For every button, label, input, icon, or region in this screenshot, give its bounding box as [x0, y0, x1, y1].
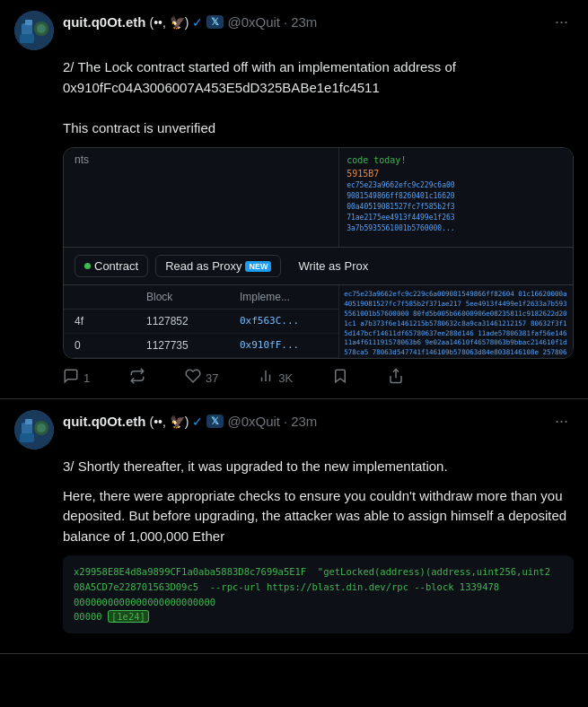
retweet-icon-1 — [129, 368, 145, 388]
timestamp-1: 23m — [291, 14, 317, 30]
tab-proxy-label: Read as Proxy — [165, 259, 241, 273]
col-empty — [75, 291, 146, 303]
svg-rect-13 — [20, 433, 34, 442]
code-block-2: x29958E8E4d8a9899CF1a0aba5883D8c7699a5E1… — [63, 555, 574, 633]
tweet-2-meta: quit.q0Ot.eth (••, 🦅) ✓ 𝕏 @0xQuit · 23m … — [63, 410, 574, 432]
emojis-1: (••, 🦅) — [150, 15, 189, 30]
contract-green-dot — [84, 263, 91, 269]
tweet-1-meta: quit.q0Ot.eth (••, 🦅) ✓ 𝕏 @0xQuit · 23m … — [63, 11, 574, 33]
svg-point-5 — [37, 24, 46, 33]
code-overlay-right: ec75e23a9662efc9c229c6a009081549866ff826… — [338, 285, 573, 358]
card-right-code: code today! 5915B7 ec75e23a9662efc9c229c… — [338, 148, 573, 247]
svg-rect-1 — [22, 23, 32, 36]
bookmark-button-1[interactable] — [332, 368, 348, 388]
tweet-2-body: 3/ Shortly thereafter, it was upgraded t… — [63, 457, 574, 633]
contract-card-1: nts code today! 5915B7 ec75e23a9662efc9c… — [63, 147, 574, 359]
svg-rect-2 — [25, 20, 32, 25]
row0-col1: 4f — [75, 315, 146, 327]
separator-1: · — [284, 14, 287, 30]
svg-rect-12 — [25, 419, 32, 424]
tweet-1-line3: This contract is unverified — [63, 120, 215, 135]
table-header: Block Impleme... — [64, 285, 344, 310]
code-line-4: 00000 [1e24] — [74, 609, 563, 624]
avatar-image-1 — [14, 11, 54, 50]
svg-rect-3 — [20, 34, 34, 43]
code-line-2: 08A5CD7e228701563D09c5 --rpc-url https:/… — [74, 580, 563, 595]
like-button-1[interactable]: 37 — [185, 368, 218, 388]
tab-contract-label: Contract — [94, 259, 138, 273]
tweet-1-body: 2/ The Lock contract started off with an… — [63, 57, 574, 388]
row1-col1: 0 — [75, 339, 146, 352]
reply-count-1: 1 — [83, 371, 90, 385]
row1-impl: 0x910fF... — [240, 339, 333, 352]
handle-1[interactable]: @0xQuit — [227, 14, 280, 30]
tweet-2-header: quit.q0Ot.eth (••, 🦅) ✓ 𝕏 @0xQuit · 23m … — [14, 410, 574, 450]
code-id: 5915B7 — [347, 167, 566, 180]
like-icon-1 — [185, 368, 201, 388]
card-nts-label: nts — [64, 148, 338, 170]
col-impl: Impleme... — [240, 291, 333, 303]
avatar-2[interactable] — [14, 410, 54, 450]
like-count-1: 37 — [206, 371, 218, 385]
tweet-1-text: 2/ The Lock contract started off with an… — [63, 57, 574, 138]
views-count-1: 3K — [278, 371, 293, 385]
table-row-1: 0 1127735 0x910fF... — [64, 334, 344, 358]
emojis-2: (••, 🦅) — [150, 415, 189, 429]
svg-point-15 — [37, 423, 46, 432]
views-button-1[interactable]: 3K — [258, 368, 293, 388]
more-button-1[interactable]: ··· — [549, 11, 574, 33]
card-left-section: nts — [64, 148, 338, 247]
username-2[interactable]: quit.q0Ot.eth — [63, 414, 146, 429]
contract-table-area: Block Impleme... 4f 1127852 0xf563C... 0… — [64, 285, 573, 358]
share-icon-1 — [388, 368, 404, 388]
reply-icon-1 — [63, 368, 79, 388]
code-highlight-1e24: [1e24] — [108, 610, 149, 623]
tab-contract[interactable]: Contract — [75, 255, 148, 277]
separator-2: · — [284, 414, 287, 429]
verified-icon-2: ✓ — [192, 415, 203, 429]
retweet-button-1[interactable] — [129, 368, 145, 388]
hex-right-code: ec75e23a9662efc9c229c6a009081549866ff826… — [347, 180, 566, 234]
timestamp-2: 23m — [291, 414, 317, 429]
svg-rect-11 — [22, 423, 32, 435]
tweet-2-text2: Here, there were appropriate checks to e… — [63, 486, 574, 547]
label-badge-1: 𝕏 — [206, 15, 224, 29]
tab-write-label: Write as Prox — [298, 259, 368, 273]
reply-button-1[interactable]: 1 — [63, 368, 90, 388]
tweet-1-address: 0x910fFc04A3006007A453E5dD325BABe1e1fc45… — [63, 80, 380, 95]
col-block: Block — [146, 291, 240, 303]
avatar-image-2 — [14, 410, 54, 450]
label-badge-2: 𝕏 — [206, 415, 224, 428]
row1-block: 1127735 — [146, 339, 240, 352]
handle-2[interactable]: @0xQuit — [227, 414, 280, 429]
more-button-2[interactable]: ··· — [549, 410, 574, 432]
tweet-1-header: quit.q0Ot.eth (••, 🦅) ✓ 𝕏 @0xQuit · 23m … — [14, 11, 574, 50]
user-info-1: quit.q0Ot.eth (••, 🦅) ✓ 𝕏 @0xQuit · 23m — [63, 14, 317, 30]
username-1[interactable]: quit.q0Ot.eth — [63, 14, 146, 30]
table-row-0: 4f 1127852 0xf563C... — [64, 310, 344, 334]
tweet-1: quit.q0Ot.eth (••, 🦅) ✓ 𝕏 @0xQuit · 23m … — [0, 0, 588, 399]
row0-impl: 0xf563C... — [240, 315, 333, 327]
views-icon-1 — [258, 368, 274, 388]
table-section: Block Impleme... 4f 1127852 0xf563C... 0… — [64, 285, 344, 358]
code-line-1: x29958E8E4d8a9899CF1a0aba5883D8c7699a5E1… — [74, 564, 563, 580]
tab-write-proxy[interactable]: Write as Prox — [288, 255, 378, 277]
tweet-1-line1: 2/ The Lock contract started off with an… — [63, 59, 456, 74]
user-info-2: quit.q0Ot.eth (••, 🦅) ✓ 𝕏 @0xQuit · 23m — [63, 414, 317, 429]
row0-block: 1127852 — [146, 315, 240, 327]
tweet-2-line1: 3/ Shortly thereafter, it was upgraded t… — [63, 458, 448, 474]
tweet-2-line3: Here, there were appropriate checks to e… — [63, 488, 566, 544]
contract-tabs: Contract Read as Proxy NEW Write as Prox — [64, 247, 573, 285]
tweet-1-meta-top: quit.q0Ot.eth (••, 🦅) ✓ 𝕏 @0xQuit · 23m … — [63, 11, 574, 33]
share-button-1[interactable] — [388, 368, 404, 388]
tweet-1-actions: 1 37 3K — [63, 368, 404, 388]
tweet-2-meta-top: quit.q0Ot.eth (••, 🦅) ✓ 𝕏 @0xQuit · 23m … — [63, 410, 574, 432]
verified-icon-1: ✓ — [192, 15, 203, 30]
tab-read-proxy[interactable]: Read as Proxy NEW — [155, 255, 281, 277]
code-today-label: code today! — [347, 153, 566, 167]
code-line-3: 0000000000000000000000000 — [74, 595, 563, 610]
tweet-2-text: 3/ Shortly thereafter, it was upgraded t… — [63, 457, 574, 477]
tweet-2: quit.q0Ot.eth (••, 🦅) ✓ 𝕏 @0xQuit · 23m … — [0, 399, 588, 654]
avatar-1[interactable] — [14, 11, 54, 50]
tab-new-badge: NEW — [245, 261, 271, 272]
